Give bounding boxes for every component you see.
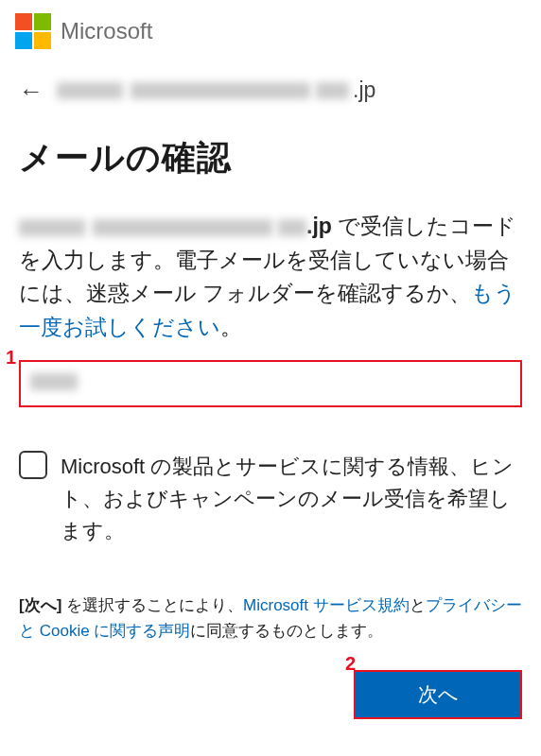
microsoft-logo-icon bbox=[15, 13, 51, 49]
terms-t2: と bbox=[410, 596, 426, 614]
brand-text: Microsoft bbox=[61, 18, 152, 44]
annotation-2: 2 bbox=[345, 653, 356, 675]
marketing-optin-checkbox[interactable] bbox=[19, 451, 47, 479]
redacted-text bbox=[93, 219, 272, 236]
terms-t1: を選択することにより、 bbox=[61, 596, 243, 614]
terms-t3: に同意するものとします。 bbox=[190, 622, 383, 640]
annotation-1: 1 bbox=[6, 347, 16, 369]
redacted-text bbox=[316, 82, 349, 99]
redacted-text bbox=[57, 82, 123, 99]
code-input[interactable] bbox=[19, 360, 522, 407]
redacted-text bbox=[278, 219, 306, 236]
marketing-optin-label: Microsoft の製品とサービスに関する情報、ヒント、およびキャンペーンのメ… bbox=[61, 451, 522, 547]
email-suffix: .jp bbox=[353, 77, 375, 103]
header: Microsoft bbox=[0, 0, 541, 59]
terms-bold: [次へ] bbox=[19, 596, 61, 614]
identity-email: .jp bbox=[57, 77, 375, 103]
service-agreement-link[interactable]: Microsoft サービス規約 bbox=[243, 596, 410, 614]
next-button[interactable]: 次へ bbox=[354, 670, 522, 719]
description: .jp で受信したコードを入力します。電子メールを受信していない場合には、迷惑メ… bbox=[19, 210, 522, 345]
redacted-text bbox=[19, 219, 85, 236]
email-suffix-inline: .jp bbox=[306, 214, 332, 238]
identity-row: ← .jp bbox=[19, 77, 522, 103]
page-title: メールの確認 bbox=[19, 135, 522, 181]
desc-period: 。 bbox=[220, 315, 242, 339]
redacted-text bbox=[131, 82, 310, 99]
back-arrow-icon[interactable]: ← bbox=[19, 78, 44, 103]
terms-text: [次へ] を選択することにより、Microsoft サービス規約とプライバシーと… bbox=[19, 593, 522, 644]
